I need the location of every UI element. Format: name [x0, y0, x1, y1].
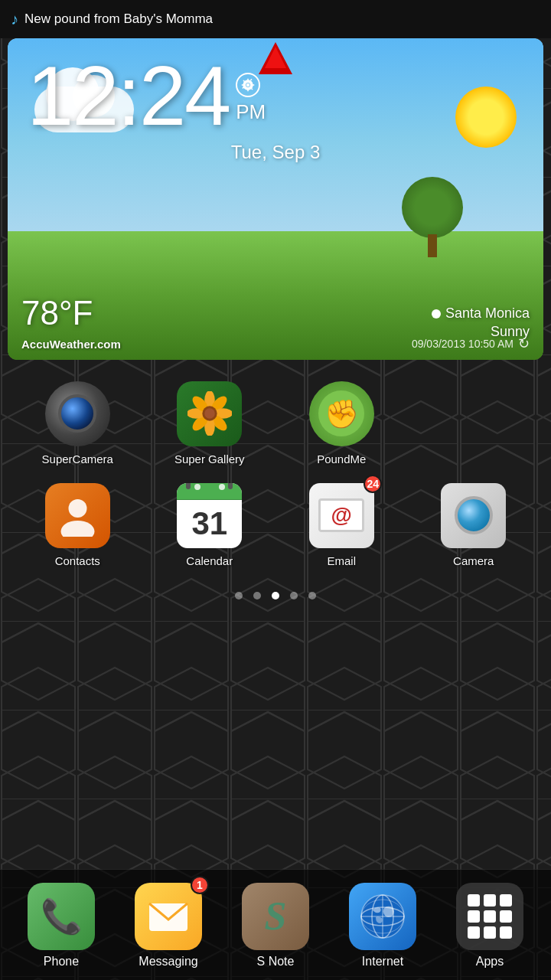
- page-dot-3[interactable]: [272, 592, 279, 599]
- page-dot-5[interactable]: [308, 592, 316, 599]
- svg-point-13: [60, 521, 94, 537]
- app-camera[interactable]: Camera: [408, 473, 540, 575]
- weather-bottom: 78°F Santa Monica Sunny AccuWeather.com …: [8, 283, 543, 360]
- weather-condition: Sunny: [491, 324, 530, 340]
- camera-icon: [441, 483, 506, 548]
- phone-icon: 📞: [28, 883, 95, 950]
- internet-icon: [349, 883, 416, 950]
- weather-widget: 12:24 PM Tue, Sep 3 78°F Santa Moni: [8, 38, 543, 360]
- accuweather-brand: AccuWeather.com: [21, 338, 121, 351]
- app-label-calendar: Calendar: [186, 554, 233, 567]
- email-icon: @: [309, 483, 374, 548]
- page-dot-1[interactable]: [235, 592, 243, 599]
- app-label-supercamera: SuperCamera: [42, 452, 113, 466]
- time-ampm: PM: [236, 100, 266, 124]
- time-ampm-block: PM: [236, 73, 266, 124]
- dock-label-snote: S Note: [257, 955, 295, 969]
- app-supergallery[interactable]: Super Gallery: [144, 371, 276, 473]
- poundme-icon: ✊: [309, 381, 374, 446]
- app-calendar[interactable]: 31 Calendar: [144, 473, 276, 575]
- app-label-contacts: Contacts: [55, 554, 100, 567]
- app-label-camera: Camera: [453, 554, 494, 567]
- app-label-supergallery: Super Gallery: [174, 452, 245, 466]
- svg-point-15: [219, 484, 225, 490]
- snote-icon: S: [242, 883, 309, 950]
- apps-icon: [456, 883, 523, 950]
- weather-footer: AccuWeather.com 09/03/2013 10:50 AM ↻: [21, 335, 530, 352]
- date-display: Tue, Sep 3: [27, 142, 524, 163]
- page-dot-4[interactable]: [290, 592, 298, 599]
- dock-messaging[interactable]: 1 Messaging: [134, 882, 203, 969]
- status-bar: ♪ New pound from Baby's Momma: [0, 0, 551, 38]
- svg-point-12: [68, 499, 86, 518]
- svg-text:✊: ✊: [324, 397, 359, 430]
- app-label-email: Email: [327, 554, 356, 567]
- apps-grid: SuperCamera Super Gallery: [0, 364, 551, 583]
- email-badge: 24: [364, 475, 382, 493]
- supergallery-icon: [177, 381, 242, 446]
- dock-internet[interactable]: Internet: [348, 882, 417, 969]
- clock-settings-icon[interactable]: [236, 73, 260, 97]
- svg-point-14: [194, 484, 201, 490]
- dock-phone[interactable]: 📞 Phone: [27, 882, 96, 969]
- page-dot-2[interactable]: [253, 592, 261, 599]
- dock-label-apps: Apps: [476, 955, 504, 969]
- messaging-badge: 1: [191, 876, 209, 894]
- dock: 📞 Phone 1 Messaging S S Note: [0, 869, 551, 980]
- dock-snote[interactable]: S S Note: [241, 882, 310, 969]
- calendar-icon: 31: [177, 483, 242, 548]
- dock-label-phone: Phone: [44, 955, 79, 969]
- dock-label-internet: Internet: [362, 955, 403, 969]
- svg-point-9: [204, 408, 215, 419]
- dock-label-messaging: Messaging: [139, 955, 197, 969]
- time-display: 12:24 PM: [27, 54, 266, 138]
- calendar-date: 31: [177, 500, 242, 548]
- app-contacts[interactable]: Contacts: [11, 473, 144, 575]
- scroll-up-arrow[interactable]: [259, 42, 292, 74]
- app-supercamera[interactable]: SuperCamera: [11, 371, 144, 473]
- dock-apps[interactable]: Apps: [455, 882, 524, 969]
- time-digits: 12:24: [27, 54, 230, 138]
- contacts-icon: [45, 483, 110, 548]
- location-dot: [432, 309, 441, 318]
- app-email[interactable]: @ 24 Email: [276, 473, 408, 575]
- notification-text: New pound from Baby's Momma: [24, 11, 213, 27]
- app-poundme[interactable]: ✊ PoundMe: [276, 371, 408, 473]
- app-label-poundme: PoundMe: [317, 452, 366, 466]
- weather-location: Santa Monica: [432, 305, 530, 322]
- messaging-icon: [135, 883, 202, 950]
- music-icon: ♪: [11, 11, 18, 28]
- supercamera-icon: [45, 381, 110, 446]
- page-indicators: [0, 583, 551, 609]
